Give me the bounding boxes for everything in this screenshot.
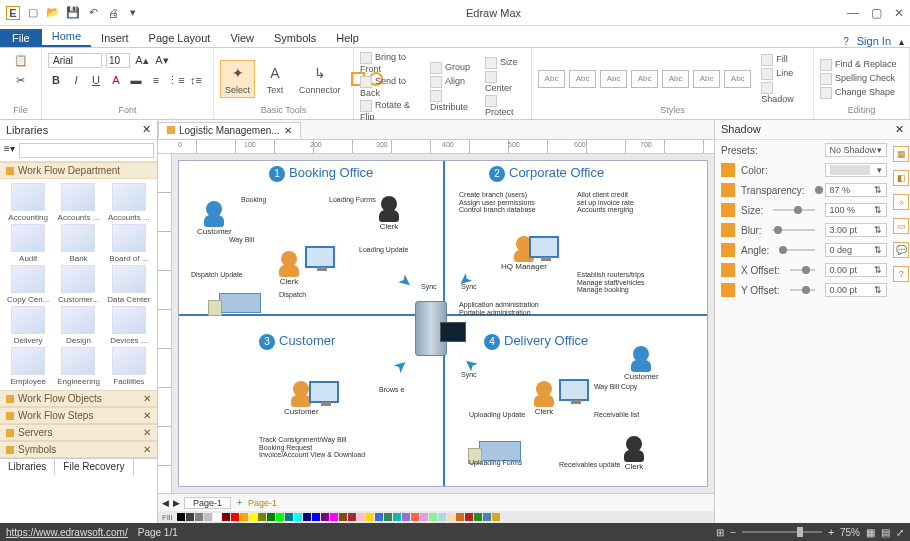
text-tool[interactable]: AText	[261, 61, 289, 97]
color-swatch[interactable]	[285, 513, 293, 521]
size-button[interactable]: Size	[485, 57, 525, 69]
underline-icon[interactable]: U	[88, 72, 104, 88]
select-tool[interactable]: ✦Select	[220, 60, 255, 98]
color-swatch[interactable]	[231, 513, 239, 521]
color-swatch[interactable]	[339, 513, 347, 521]
view-mode-icon[interactable]: ▦	[866, 527, 875, 538]
maximize-icon[interactable]: ▢	[871, 6, 882, 20]
grow-font-icon[interactable]: A▴	[134, 52, 150, 68]
angle-value[interactable]: 0 deg⇅	[825, 243, 887, 257]
pc-icon[interactable]	[529, 236, 559, 258]
page-nav-prev-icon[interactable]: ◀	[162, 498, 169, 508]
align-left-icon[interactable]: ≡	[148, 72, 164, 88]
size-slider[interactable]	[773, 209, 814, 211]
spelling-button[interactable]: Spelling Check	[820, 73, 897, 85]
drawing-page[interactable]: 1Booking Office 2Corporate Office 3Custo…	[178, 160, 708, 487]
tool-icon[interactable]: ▭	[893, 218, 909, 234]
color-swatch[interactable]	[393, 513, 401, 521]
print-icon[interactable]: 🖨	[106, 6, 120, 20]
category-header[interactable]: Work Flow Steps✕	[0, 407, 157, 424]
yoffset-slider[interactable]	[790, 289, 815, 291]
pc-icon[interactable]	[309, 381, 339, 403]
blur-value[interactable]: 3.00 pt⇅	[825, 223, 887, 237]
color-swatch[interactable]	[321, 513, 329, 521]
presets-select[interactable]: No Shadow▾	[825, 143, 887, 157]
fullscreen-icon[interactable]: ⤢	[896, 527, 904, 538]
paste-icon[interactable]: 📋	[13, 52, 29, 68]
align-button[interactable]: Align	[430, 76, 479, 88]
stencil-item[interactable]: Audit	[4, 224, 52, 263]
color-swatch[interactable]	[492, 513, 500, 521]
color-swatch[interactable]	[294, 513, 302, 521]
stencil-item[interactable]: Accounting	[4, 183, 52, 222]
tab-page-layout[interactable]: Page Layout	[139, 29, 221, 47]
stencil-item[interactable]: Design	[54, 306, 102, 345]
line-button[interactable]: Line	[761, 68, 807, 80]
zoom-fit-icon[interactable]: ⊞	[716, 527, 724, 538]
tool-icon[interactable]: ⟐	[893, 194, 909, 210]
color-swatch[interactable]	[267, 513, 275, 521]
stencil-item[interactable]: Customer...	[54, 265, 102, 304]
page-nav-next-icon[interactable]: ▶	[173, 498, 180, 508]
color-swatch[interactable]	[240, 513, 248, 521]
stencil-item[interactable]: Accounts ...	[105, 183, 153, 222]
rotate-flip-button[interactable]: Rotate & Flip	[360, 100, 424, 122]
color-swatch[interactable]	[483, 513, 491, 521]
color-swatch[interactable]	[420, 513, 428, 521]
actor-clerk2[interactable]: Clerk	[379, 196, 399, 231]
color-swatch[interactable]	[438, 513, 446, 521]
color-swatch[interactable]	[312, 513, 320, 521]
shrink-font-icon[interactable]: A▾	[154, 52, 170, 68]
actor-clerk[interactable]: Clerk	[279, 251, 299, 286]
color-swatch[interactable]	[447, 513, 455, 521]
color-swatch[interactable]	[303, 513, 311, 521]
actor-customer[interactable]: Customer	[197, 201, 232, 236]
actor-customer3[interactable]: Customer	[624, 346, 659, 381]
tab-symbols[interactable]: Symbols	[264, 29, 326, 47]
color-swatch[interactable]	[276, 513, 284, 521]
page-tab[interactable]: Page-1	[184, 497, 231, 509]
color-swatch[interactable]	[402, 513, 410, 521]
blur-slider[interactable]	[772, 229, 815, 231]
new-icon[interactable]: ▢	[26, 6, 40, 20]
open-icon[interactable]: 📂	[46, 6, 60, 20]
send-back-button[interactable]: Send to Back	[360, 76, 424, 98]
yoffset-value[interactable]: 0.00 pt⇅	[825, 283, 887, 297]
minimize-icon[interactable]: —	[847, 6, 859, 20]
add-page-icon[interactable]: ＋	[235, 496, 244, 509]
truck-icon[interactable]	[479, 441, 521, 461]
color-swatch[interactable]	[465, 513, 473, 521]
save-icon[interactable]: 💾	[66, 6, 80, 20]
color-swatch[interactable]	[366, 513, 374, 521]
help-icon[interactable]: ?	[843, 36, 849, 47]
color-swatch[interactable]	[330, 513, 338, 521]
library-menu-icon[interactable]: ≡▾	[4, 143, 15, 158]
find-replace-button[interactable]: Find & Replace	[820, 59, 897, 71]
xoffset-slider[interactable]	[790, 269, 815, 271]
file-tab[interactable]: File	[0, 29, 42, 47]
undo-icon[interactable]: ↶	[86, 6, 100, 20]
protect-button[interactable]: Protect	[485, 95, 525, 117]
color-swatch[interactable]	[186, 513, 194, 521]
shadow-color-picker[interactable]: ▾	[825, 163, 887, 177]
stencil-item[interactable]: Facilities	[105, 347, 153, 386]
view-mode-icon[interactable]: ▤	[881, 527, 890, 538]
xoffset-value[interactable]: 0.00 pt⇅	[825, 263, 887, 277]
zoom-in-icon[interactable]: +	[828, 527, 834, 538]
category-header[interactable]: Symbols✕	[0, 441, 157, 458]
stencil-item[interactable]: Data Center	[105, 265, 153, 304]
stencil-item[interactable]: Employee	[4, 347, 52, 386]
color-swatch[interactable]	[411, 513, 419, 521]
style-swatch[interactable]: Abc	[693, 70, 720, 88]
color-swatch[interactable]	[249, 513, 257, 521]
color-swatch[interactable]	[375, 513, 383, 521]
transparency-value[interactable]: 87 %⇅	[825, 183, 887, 197]
qat-more-icon[interactable]: ▾	[126, 6, 140, 20]
style-swatch[interactable]: Abc	[569, 70, 596, 88]
line-spacing-icon[interactable]: ↕≡	[188, 72, 204, 88]
font-name-select[interactable]: Arial	[48, 53, 102, 68]
stencil-item[interactable]: Accounts ...	[54, 183, 102, 222]
stencil-item[interactable]: Bank	[54, 224, 102, 263]
style-swatch[interactable]: Abc	[662, 70, 689, 88]
color-swatch[interactable]	[195, 513, 203, 521]
